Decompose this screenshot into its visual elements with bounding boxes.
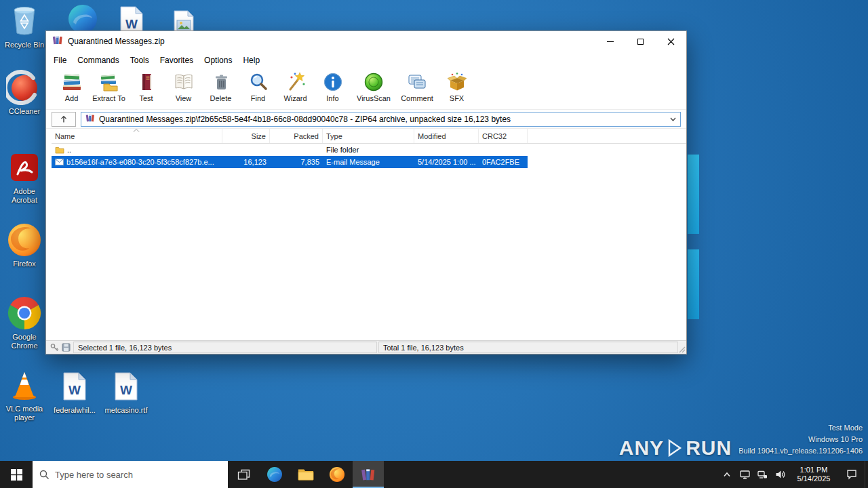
archive-path-combobox[interactable]: Quarantined Messages.zip\f2b65c58-5e4f-4…	[81, 112, 681, 127]
status-total: Total 1 file, 16,123 bytes	[378, 342, 678, 353]
cell-modified: 5/14/2025 1:00 ...	[414, 156, 479, 168]
wizard-button[interactable]: Wizard	[277, 71, 314, 109]
tray-display-button[interactable]	[736, 461, 753, 488]
address-bar: Quarantined Messages.zip\f2b65c58-5e4f-4…	[46, 110, 686, 129]
desktop-icon-adobe-acrobat[interactable]: Adobe Acrobat	[0, 150, 49, 205]
volume-icon	[775, 470, 785, 479]
view-button[interactable]: View	[165, 71, 202, 109]
up-arrow-icon	[59, 115, 68, 124]
sfx-button[interactable]: SFX	[438, 71, 475, 109]
winrar-icon	[361, 467, 376, 482]
network-icon	[757, 470, 768, 479]
firefox-icon	[7, 222, 42, 258]
desktop-icon-label: Recycle Bin	[5, 41, 44, 49]
comment-icon	[406, 71, 428, 93]
menu-commands[interactable]: Commands	[72, 54, 124, 67]
menu-bar: File Commands Tools Favorites Options He…	[46, 52, 686, 68]
title-bar[interactable]: Quarantined Messages.zip	[46, 31, 686, 52]
action-center-button[interactable]	[839, 461, 865, 488]
desktop-icon-metcasino[interactable]: W metcasino.rtf	[102, 369, 151, 415]
word-doc-icon: W	[114, 369, 138, 404]
taskbar-app-file-explorer[interactable]	[290, 461, 321, 488]
test-icon	[136, 71, 157, 93]
column-header-crc32[interactable]: CRC32	[479, 129, 528, 143]
tray-volume-button[interactable]	[771, 461, 789, 488]
taskbar-app-edge[interactable]	[259, 461, 290, 488]
taskbar-clock[interactable]: 1:01 PM 5/14/2025	[789, 461, 839, 488]
table-row-parent-folder[interactable]: .. File folder	[52, 144, 528, 156]
cell-packed: 7,835	[270, 156, 323, 168]
taskbar-app-winrar[interactable]	[353, 461, 384, 488]
toolbar: Add Extract To	[46, 68, 686, 110]
svg-text:W: W	[68, 383, 81, 397]
show-desktop-button[interactable]	[865, 461, 868, 488]
column-header-size[interactable]: Size	[222, 129, 270, 143]
vlc-icon	[8, 367, 41, 403]
desktop-icon-label: Adobe Acrobat	[0, 187, 49, 205]
desktop-icon-federalwhil[interactable]: W federalwhil...	[50, 369, 99, 415]
resize-grip[interactable]	[678, 346, 686, 353]
search-input[interactable]	[55, 470, 221, 480]
search-icon	[39, 470, 50, 480]
delete-button[interactable]: Delete	[202, 71, 239, 109]
tray-chevron-button[interactable]	[718, 461, 736, 488]
task-view-button[interactable]	[228, 461, 259, 488]
up-one-level-button[interactable]	[52, 112, 76, 127]
menu-tools[interactable]: Tools	[125, 54, 155, 67]
sort-indicator-icon	[133, 129, 140, 132]
maximize-icon	[637, 39, 644, 45]
desktop-icon-google-chrome[interactable]: Google Chrome	[0, 296, 49, 350]
menu-options[interactable]: Options	[199, 54, 237, 67]
menu-file[interactable]: File	[48, 54, 72, 67]
table-row-selected-file[interactable]: b156e16f-a7e3-e080-3c20-5f3c58cf827b.e..…	[52, 156, 528, 168]
desktop-icon-label: metcasino.rtf	[105, 406, 148, 415]
desktop-icon-vlc[interactable]: VLC media player	[0, 367, 49, 422]
folder-icon	[55, 146, 64, 154]
start-button[interactable]	[0, 461, 33, 488]
desktop-icon-firefox[interactable]: Firefox	[0, 222, 49, 268]
watermark-build: Build 19041.vb_release.191206-1406	[738, 445, 863, 457]
cell-packed	[270, 144, 323, 156]
comment-button[interactable]: Comment	[396, 71, 438, 109]
add-button[interactable]: Add	[53, 71, 90, 109]
archive-path-text: Quarantined Messages.zip\f2b65c58-5e4f-4…	[99, 115, 666, 124]
add-icon	[61, 71, 83, 93]
column-header-type[interactable]: Type	[323, 129, 414, 143]
windows-logo-icon	[11, 469, 22, 481]
desktop-icon-ccleaner[interactable]: CCleaner	[0, 70, 49, 116]
maximize-button[interactable]	[625, 31, 656, 52]
recycle-bin-icon	[9, 3, 39, 39]
taskbar-search[interactable]	[33, 461, 228, 488]
tray-network-button[interactable]	[753, 461, 771, 488]
winrar-archive-icon	[85, 113, 95, 125]
column-headers: Name Size Packed Type Modified CRC32	[52, 129, 686, 144]
column-header-packed[interactable]: Packed	[270, 129, 323, 143]
virusscan-icon	[363, 71, 384, 93]
minimize-button[interactable]	[595, 31, 625, 52]
virusscan-button[interactable]: VirusScan	[351, 71, 396, 109]
taskbar-app-firefox[interactable]	[321, 461, 353, 488]
disk-icon	[62, 343, 71, 352]
desktop-icon-recycle-bin[interactable]: Recycle Bin	[0, 3, 49, 49]
test-button[interactable]: Test	[127, 71, 165, 109]
column-header-modified[interactable]: Modified	[414, 129, 479, 143]
cell-size: 16,123	[222, 156, 270, 168]
cell-modified	[414, 144, 479, 156]
menu-help[interactable]: Help	[237, 54, 265, 67]
wizard-icon	[285, 71, 307, 93]
desktop-icon-label: VLC media player	[0, 405, 49, 422]
file-list[interactable]: .. File folder b156e16f-a7e3-e080-3c20-5…	[46, 144, 686, 340]
close-button[interactable]	[656, 31, 686, 52]
extract-to-button[interactable]: Extract To	[90, 71, 127, 109]
task-view-icon	[237, 469, 250, 481]
info-button[interactable]: Info	[314, 71, 351, 109]
clock-date: 5/14/2025	[797, 474, 831, 483]
cell-type: E-mail Message	[323, 156, 414, 168]
find-button[interactable]: Find	[239, 71, 277, 109]
taskbar: 1:01 PM 5/14/2025	[0, 461, 868, 488]
status-bar: Selected 1 file, 16,123 bytes Total 1 fi…	[46, 340, 686, 354]
file-explorer-icon	[298, 467, 314, 482]
key-icon	[50, 343, 59, 352]
extract-to-icon	[98, 71, 120, 93]
menu-favorites[interactable]: Favorites	[155, 54, 199, 67]
